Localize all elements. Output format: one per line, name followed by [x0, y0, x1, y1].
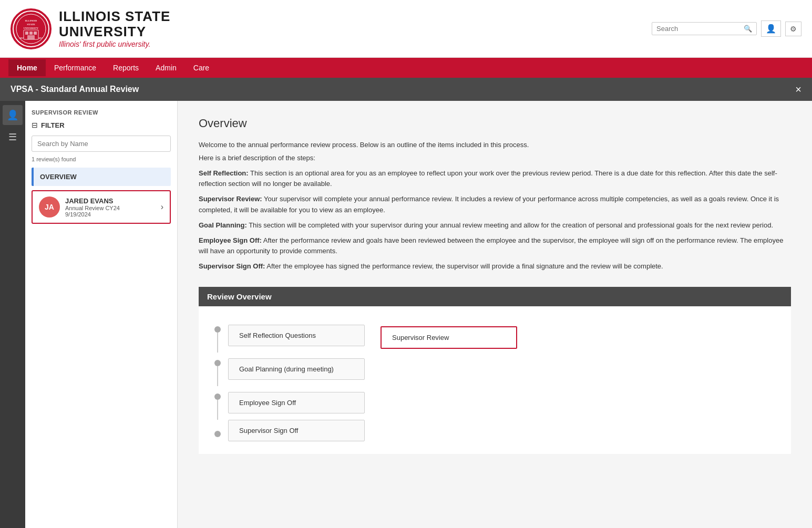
- sidebar-search-wrap: [32, 136, 171, 152]
- timeline-box-supervisor-signoff[interactable]: Supervisor Sign Off: [228, 420, 365, 441]
- goal-planning-label: Goal Planning:: [199, 221, 247, 229]
- timeline-left-column: Self Reflection Questions Goal Planning …: [214, 319, 365, 441]
- timeline-row-1: Self Reflection Questions: [214, 319, 365, 353]
- header: ILLINOIS STATE UNIVERSITY 1857 1857 ILLI…: [0, 0, 812, 58]
- timeline-line-2: [217, 366, 218, 386]
- title-line2: UNIVERSITY: [59, 24, 146, 39]
- supervisor-signoff-step-label: Supervisor Sign Off: [239, 427, 298, 434]
- page-title: VPSA - Standard Annual Review: [11, 85, 139, 94]
- timeline-dot-2: [214, 360, 221, 366]
- dot-wrap-2: [214, 353, 221, 386]
- nav-item-home[interactable]: Home: [8, 59, 46, 76]
- goal-planning-step-label: Goal Planning (during meeting): [239, 365, 334, 373]
- dot-wrap-1: [214, 319, 221, 353]
- timeline-right-column: Supervisor Review: [381, 319, 517, 441]
- employee-card[interactable]: JA JARED EVANS Annual Review CY24 9/19/2…: [32, 190, 171, 224]
- filter-icon: ⊟: [32, 121, 38, 129]
- overview-intro2: Here is a brief description of the steps…: [199, 153, 791, 164]
- timeline-box-self-reflection[interactable]: Self Reflection Questions: [228, 325, 365, 346]
- self-reflection-label: Self Reflection:: [199, 169, 249, 177]
- avatar: JA: [39, 196, 60, 218]
- supervisor-signoff-text: After the employee has signed the perfor…: [266, 262, 663, 270]
- sidebar-section-label: SUPERVISOR REVIEW: [32, 109, 171, 116]
- svg-text:ILLINOIS: ILLINOIS: [25, 19, 37, 22]
- filter-label: FILTER: [41, 121, 65, 129]
- svg-rect-11: [27, 35, 35, 39]
- goal-planning-text: This section will be completed with your…: [249, 221, 773, 229]
- supervisor-review-para: Supervisor Review: Your supervisor will …: [199, 194, 791, 216]
- employee-signoff-step-label: Employee Sign Off: [239, 399, 296, 407]
- header-search-box[interactable]: 🔍: [652, 22, 757, 35]
- svg-rect-9: [29, 32, 33, 35]
- university-seal: ILLINOIS STATE UNIVERSITY 1857 1857: [11, 8, 52, 49]
- supervisor-signoff-label: Supervisor Sign Off:: [199, 262, 265, 270]
- timeline: Self Reflection Questions Goal Planning …: [214, 319, 780, 441]
- review-overview-section: Review Overview Self Reflection Questio: [199, 287, 791, 454]
- svg-rect-8: [25, 32, 28, 35]
- notifications-button[interactable]: 👤: [761, 20, 781, 37]
- overview-title: Overview: [199, 117, 791, 130]
- close-button[interactable]: ×: [795, 84, 801, 95]
- employee-signoff-para: Employee Sign Off: After the performance…: [199, 235, 791, 257]
- self-reflection-para: Self Reflection: This section is an opti…: [199, 168, 791, 190]
- timeline-line-3: [217, 400, 218, 420]
- filter-bar[interactable]: ⊟ FILTER: [32, 121, 171, 129]
- page-title-bar: VPSA - Standard Annual Review ×: [0, 78, 812, 101]
- list-icon: ☰: [8, 131, 17, 143]
- review-overview-body: Self Reflection Questions Goal Planning …: [199, 306, 791, 454]
- overview-intro: Welcome to the annual performance review…: [199, 140, 791, 151]
- review-count: 1 review(s) found: [32, 156, 171, 162]
- svg-text:STATE: STATE: [27, 23, 35, 26]
- supervisor-signoff-para: Supervisor Sign Off: After the employee …: [199, 261, 791, 272]
- navigation-bar: Home Performance Reports Admin Care: [0, 58, 812, 78]
- university-title-line1: ILLINOIS STATE UNIVERSITY: [59, 9, 170, 39]
- university-tagline: Illinois' first public university.: [59, 40, 170, 48]
- timeline-row-3: Employee Sign Off: [214, 386, 365, 420]
- supervisor-review-label: Supervisor Review:: [199, 195, 262, 203]
- sidebar: SUPERVISOR REVIEW ⊟ FILTER 1 review(s) f…: [25, 101, 178, 528]
- svg-rect-10: [34, 32, 37, 35]
- review-overview-header: Review Overview: [199, 287, 791, 306]
- employee-info: JARED EVANS Annual Review CY24 9/19/2024: [65, 197, 156, 218]
- icon-bar-user-button[interactable]: 👤: [3, 105, 23, 125]
- svg-text:1857: 1857: [19, 37, 24, 39]
- timeline-dot-4: [214, 431, 221, 437]
- timeline-row-2: Goal Planning (during meeting): [214, 353, 365, 386]
- svg-text:UNIVERSITY: UNIVERSITY: [24, 27, 39, 29]
- timeline-box-goal-planning[interactable]: Goal Planning (during meeting): [228, 358, 365, 380]
- university-name: ILLINOIS STATE UNIVERSITY Illinois' firs…: [59, 9, 170, 48]
- supervisor-review-text: Your supervisor will complete your annua…: [199, 195, 779, 214]
- employee-signoff-text: After the performance review and goals h…: [199, 236, 783, 255]
- employee-signoff-label: Employee Sign Off:: [199, 236, 262, 244]
- settings-button[interactable]: ⚙: [785, 22, 801, 36]
- dot-wrap-4: [214, 423, 221, 437]
- self-reflection-step-label: Self Reflection Questions: [239, 332, 316, 339]
- timeline-box-supervisor-review[interactable]: Supervisor Review: [381, 326, 517, 349]
- nav-item-care[interactable]: Care: [185, 59, 218, 76]
- title-line1: ILLINOIS STATE: [59, 8, 170, 24]
- header-search-input[interactable]: [656, 25, 744, 33]
- nav-item-performance[interactable]: Performance: [46, 59, 105, 76]
- search-icon: 🔍: [744, 25, 752, 33]
- main-container: 👤 ☰ SUPERVISOR REVIEW ⊟ FILTER 1 review(…: [0, 101, 812, 528]
- timeline-box-employee-signoff[interactable]: Employee Sign Off: [228, 392, 365, 413]
- sidebar-search-input[interactable]: [32, 136, 171, 152]
- timeline-dot-1: [214, 326, 221, 333]
- chevron-right-icon: ›: [161, 202, 163, 212]
- svg-text:1857: 1857: [38, 37, 43, 39]
- goal-planning-para: Goal Planning: This section will be comp…: [199, 220, 791, 231]
- timeline-line-1: [217, 333, 218, 353]
- employee-date: 9/19/2024: [65, 211, 156, 218]
- sidebar-overview-item[interactable]: OVERVIEW: [32, 168, 171, 186]
- employee-name: JARED EVANS: [65, 197, 156, 205]
- content-area: Overview Welcome to the annual performan…: [178, 101, 812, 528]
- nav-item-reports[interactable]: Reports: [105, 59, 147, 76]
- icon-bar: 👤 ☰: [0, 101, 25, 528]
- icon-bar-list-button[interactable]: ☰: [3, 127, 23, 147]
- self-reflection-text: This section is an optional area for you…: [199, 169, 777, 188]
- timeline-row-4: Supervisor Sign Off: [214, 420, 365, 441]
- nav-item-admin[interactable]: Admin: [147, 59, 185, 76]
- logo: ILLINOIS STATE UNIVERSITY 1857 1857 ILLI…: [11, 8, 170, 49]
- dot-wrap-3: [214, 386, 221, 420]
- user-icon: 👤: [7, 109, 18, 121]
